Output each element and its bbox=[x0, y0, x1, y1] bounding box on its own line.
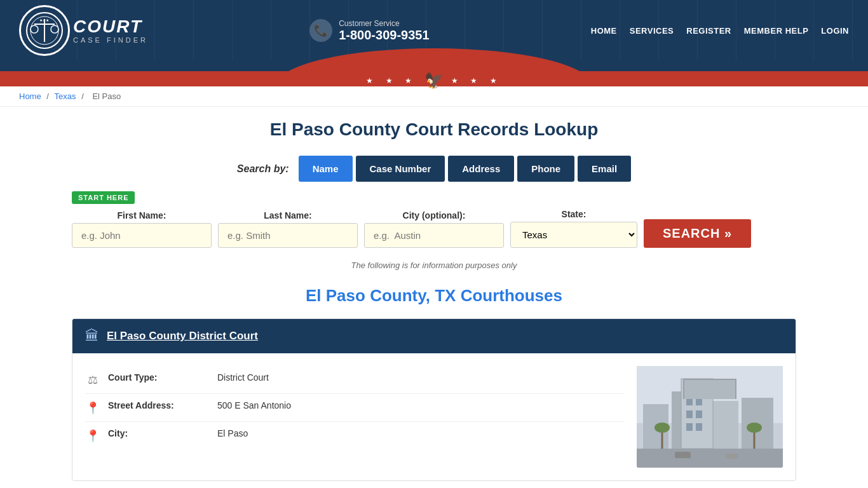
tab-email[interactable]: Email bbox=[578, 156, 631, 182]
city-detail-value: El Paso bbox=[217, 428, 248, 438]
courthouse-card-body: ⚖ Court Type: District Court 📍 Street Ad… bbox=[72, 353, 796, 480]
first-name-label: First Name: bbox=[72, 210, 212, 220]
svg-point-25 bbox=[654, 423, 670, 433]
svg-rect-19 bbox=[686, 410, 693, 418]
logo-badge: ★★★ bbox=[19, 5, 70, 56]
court-type-value: District Court bbox=[217, 372, 269, 383]
cs-phone: 1-800-309-9351 bbox=[339, 28, 429, 43]
logo-area: ★★★ COURT CASE FINDER bbox=[19, 5, 148, 56]
courthouses-title: El Paso County, TX Courthouses bbox=[72, 286, 796, 306]
page-title: El Paso County Court Records Lookup bbox=[72, 119, 796, 140]
search-by-label: Search by: bbox=[237, 163, 289, 175]
customer-service: 📞 Customer Service 1-800-309-9351 bbox=[309, 19, 429, 43]
svg-rect-16 bbox=[705, 385, 709, 393]
main-content: El Paso County Court Records Lookup Sear… bbox=[53, 107, 815, 488]
svg-rect-21 bbox=[686, 423, 693, 431]
courthouse-name-link[interactable]: El Paso County District Court bbox=[107, 330, 258, 342]
courthouse-details: ⚖ Court Type: District Court 📍 Street Ad… bbox=[85, 366, 624, 468]
location-icon: 📍 bbox=[85, 401, 100, 415]
tab-address[interactable]: Address bbox=[448, 156, 514, 182]
breadcrumb-sep-1: / bbox=[46, 92, 51, 101]
city-icon: 📍 bbox=[85, 429, 100, 443]
svg-rect-28 bbox=[675, 452, 691, 458]
gavel-icon: ⚖ bbox=[85, 373, 100, 387]
svg-rect-14 bbox=[686, 385, 693, 393]
eagle-bar: ★ ★ ★ 🦅 ★ ★ ★ bbox=[0, 61, 868, 86]
info-notice: The following is for information purpose… bbox=[72, 261, 796, 270]
courthouse-image bbox=[637, 366, 783, 468]
logo-case-finder-text: CASE FINDER bbox=[73, 37, 148, 44]
nav-login[interactable]: LOGIN bbox=[821, 26, 849, 36]
tab-phone[interactable]: Phone bbox=[517, 156, 574, 182]
svg-rect-29 bbox=[726, 454, 738, 459]
main-nav: HOME SERVICES REGISTER MEMBER HELP LOGIN bbox=[591, 26, 849, 36]
nav-services[interactable]: SERVICES bbox=[630, 26, 674, 36]
search-fields-row: First Name: Last Name: City (optional): … bbox=[72, 209, 796, 248]
breadcrumb-county: El Paso bbox=[92, 92, 121, 101]
nav-home[interactable]: HOME bbox=[591, 26, 617, 36]
court-type-label: Court Type: bbox=[108, 372, 210, 383]
court-type-row: ⚖ Court Type: District Court bbox=[85, 366, 624, 394]
courthouse-icon: 🏛 bbox=[85, 328, 99, 344]
tab-name[interactable]: Name bbox=[299, 156, 353, 182]
headset-icon: 📞 bbox=[309, 19, 332, 42]
eagle-icon: 🦅 bbox=[424, 72, 444, 90]
svg-text:★★★: ★★★ bbox=[39, 18, 49, 22]
city-input[interactable] bbox=[364, 223, 504, 248]
svg-rect-20 bbox=[696, 410, 702, 418]
start-here-badge: START HERE bbox=[72, 191, 135, 204]
logo-court-text: COURT bbox=[73, 18, 148, 36]
stars-right: ★ ★ ★ bbox=[451, 76, 502, 85]
svg-rect-22 bbox=[696, 423, 702, 431]
courthouse-card: 🏛 El Paso County District Court ⚖ Court … bbox=[72, 318, 796, 481]
svg-rect-17 bbox=[686, 398, 693, 405]
city-field-group: City (optional): bbox=[364, 210, 504, 248]
city-row: 📍 City: El Paso bbox=[85, 422, 624, 449]
first-name-input[interactable] bbox=[72, 223, 212, 248]
svg-point-5 bbox=[51, 25, 58, 33]
svg-rect-18 bbox=[696, 398, 702, 405]
search-by-row: Search by: Name Case Number Address Phon… bbox=[72, 156, 796, 182]
state-label: State: bbox=[510, 209, 637, 219]
first-name-field-group: First Name: bbox=[72, 210, 212, 248]
breadcrumb-home[interactable]: Home bbox=[19, 92, 41, 101]
svg-point-27 bbox=[747, 423, 762, 433]
city-label: City (optional): bbox=[364, 210, 504, 220]
street-address-label: Street Address: bbox=[108, 400, 210, 410]
svg-rect-15 bbox=[696, 385, 702, 393]
last-name-input[interactable] bbox=[218, 223, 358, 248]
last-name-field-group: Last Name: bbox=[218, 210, 358, 248]
nav-member-help[interactable]: MEMBER HELP bbox=[744, 26, 809, 36]
svg-rect-23 bbox=[637, 449, 783, 468]
city-detail-label: City: bbox=[108, 428, 210, 438]
state-field-group: State: Texas bbox=[510, 209, 637, 248]
search-button[interactable]: SEARCH » bbox=[644, 219, 751, 248]
street-address-row: 📍 Street Address: 500 E San Antonio bbox=[85, 394, 624, 422]
breadcrumb-sep-2: / bbox=[81, 92, 86, 101]
state-select[interactable]: Texas bbox=[510, 222, 637, 248]
stars-left: ★ ★ ★ bbox=[366, 76, 417, 85]
courthouse-card-header: 🏛 El Paso County District Court bbox=[72, 319, 796, 353]
nav-register[interactable]: REGISTER bbox=[686, 26, 731, 36]
street-address-value: 500 E San Antonio bbox=[217, 400, 291, 410]
last-name-label: Last Name: bbox=[218, 210, 358, 220]
cs-label: Customer Service bbox=[339, 19, 429, 28]
logo-text: COURT CASE FINDER bbox=[73, 18, 148, 44]
breadcrumb-state[interactable]: Texas bbox=[55, 92, 76, 101]
svg-point-4 bbox=[31, 25, 38, 33]
search-form-container: Search by: Name Case Number Address Phon… bbox=[72, 156, 796, 248]
svg-rect-11 bbox=[710, 401, 738, 449]
tab-case-number[interactable]: Case Number bbox=[356, 156, 445, 182]
